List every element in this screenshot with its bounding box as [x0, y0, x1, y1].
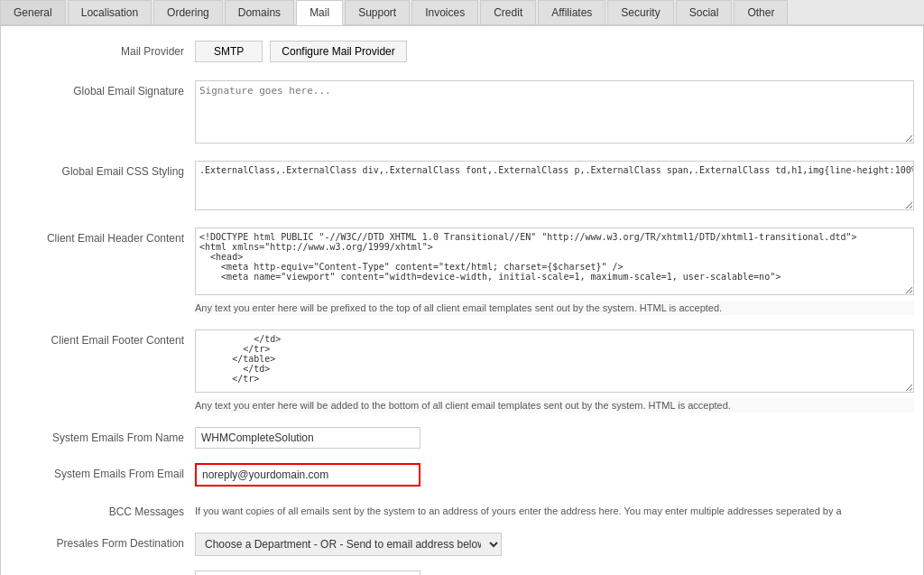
- mail-provider-label: Mail Provider: [1, 45, 195, 58]
- tab-invoices[interactable]: Invoices: [411, 0, 478, 24]
- presales-dest-select[interactable]: Choose a Department - OR - Send to email…: [195, 533, 502, 556]
- bcc-field: If you want copies of all emails sent by…: [195, 501, 923, 516]
- from-name-field: [195, 427, 923, 449]
- bcc-hint: If you want copies of all emails sent by…: [195, 501, 914, 516]
- tab-ordering[interactable]: Ordering: [153, 0, 223, 24]
- footer-field: </td> </tr> </table> </td> </tr> Any tex…: [195, 329, 923, 413]
- smtp-button[interactable]: SMTP: [195, 41, 263, 62]
- footer-textarea[interactable]: </td> </tr> </table> </td> </tr>: [195, 329, 914, 393]
- css-textarea[interactable]: .ExternalClass,.ExternalClass div,.Exter…: [195, 161, 914, 210]
- from-name-input[interactable]: [195, 427, 420, 449]
- from-email-row: System Emails From Email: [1, 459, 923, 490]
- tab-localisation[interactable]: Localisation: [68, 0, 152, 24]
- presales-dest-label: Presales Form Destination: [1, 533, 195, 550]
- signature-row: Global Email Signature: [1, 77, 923, 150]
- css-row: Global Email CSS Styling .ExternalClass,…: [1, 157, 923, 217]
- tab-credit[interactable]: Credit: [480, 0, 536, 24]
- header-row: Client Email Header Content <!DOCTYPE ht…: [1, 224, 923, 319]
- footer-label: Client Email Footer Content: [1, 329, 195, 347]
- bcc-row: BCC Messages If you want copies of all e…: [1, 497, 923, 522]
- header-label: Client Email Header Content: [1, 227, 195, 245]
- tab-support[interactable]: Support: [345, 0, 410, 24]
- configure-mail-provider-button[interactable]: Configure Mail Provider: [270, 41, 406, 62]
- from-name-row: System Emails From Name: [1, 423, 923, 452]
- signature-label: Global Email Signature: [1, 80, 195, 97]
- from-email-input[interactable]: [195, 463, 420, 487]
- content-area: Mail Provider SMTP Configure Mail Provid…: [0, 25, 924, 575]
- from-email-field: [195, 463, 923, 487]
- tabs-bar: General Localisation Ordering Domains Ma…: [0, 0, 924, 25]
- header-field: <!DOCTYPE html PUBLIC "-//W3C//DTD XHTML…: [195, 227, 923, 315]
- from-email-label: System Emails From Email: [1, 463, 195, 480]
- header-textarea[interactable]: <!DOCTYPE html PUBLIC "-//W3C//DTD XHTML…: [195, 227, 914, 295]
- tab-mail[interactable]: Mail: [296, 0, 343, 25]
- mail-provider-row: Mail Provider SMTP Configure Mail Provid…: [1, 35, 923, 68]
- tab-affiliates[interactable]: Affiliates: [538, 0, 605, 24]
- css-label: Global Email CSS Styling: [1, 161, 195, 178]
- tab-general[interactable]: General: [0, 0, 66, 24]
- from-name-label: System Emails From Name: [1, 427, 195, 444]
- tab-security[interactable]: Security: [607, 0, 673, 24]
- signature-textarea[interactable]: [195, 80, 914, 144]
- presales-dest-field: Choose a Department - OR - Send to email…: [195, 533, 923, 556]
- header-hint: Any text you enter here will be prefixed…: [195, 301, 914, 315]
- tab-other[interactable]: Other: [734, 0, 788, 24]
- footer-row: Client Email Footer Content </td> </tr> …: [1, 326, 923, 416]
- presales-email-label: Presales Contact Form Email: [1, 570, 195, 575]
- css-field: .ExternalClass,.ExternalClass div,.Exter…: [195, 161, 923, 213]
- signature-field: [195, 80, 923, 146]
- presales-dest-row: Presales Form Destination Choose a Depar…: [1, 529, 923, 560]
- bcc-label: BCC Messages: [1, 501, 195, 518]
- tab-domains[interactable]: Domains: [225, 0, 294, 24]
- presales-email-field: [195, 570, 923, 575]
- tab-social[interactable]: Social: [676, 0, 733, 24]
- presales-email-row: Presales Contact Form Email: [1, 567, 923, 575]
- footer-hint: Any text you enter here will be added to…: [195, 398, 914, 413]
- presales-email-input[interactable]: [195, 570, 420, 575]
